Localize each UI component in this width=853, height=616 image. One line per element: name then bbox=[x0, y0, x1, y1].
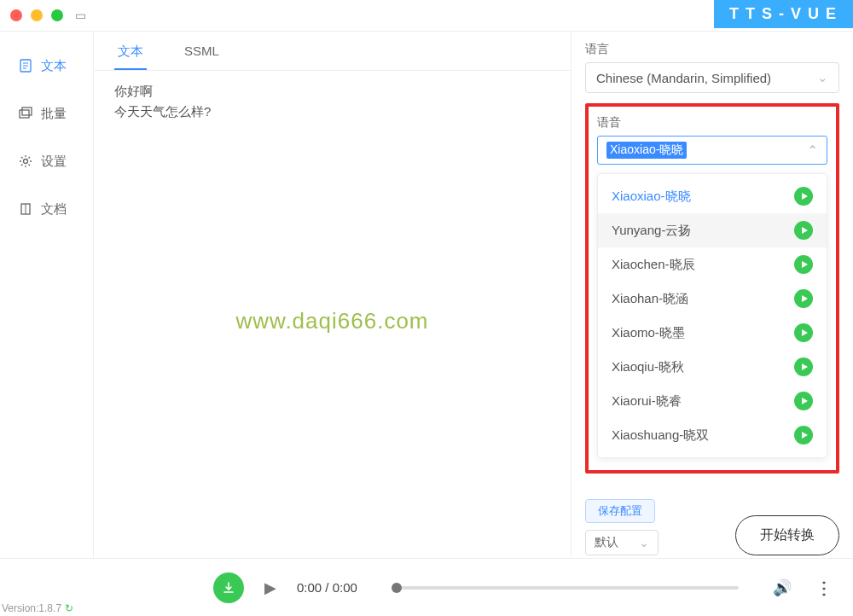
language-value: Chinese (Mandarin, Simplified) bbox=[596, 71, 771, 85]
version-label: Version:1.8.7 ↻ bbox=[2, 602, 73, 614]
sidebar-item-batch[interactable]: 批量 bbox=[0, 90, 93, 137]
play-icon[interactable] bbox=[794, 289, 813, 308]
play-icon[interactable] bbox=[794, 357, 813, 376]
audio-time: 0:00 / 0:00 bbox=[297, 580, 357, 595]
voice-highlight-box: 语音 Xiaoxiao-晓晓 ⌃ Xiaoxiao-晓晓 Yunyang-云扬 … bbox=[585, 103, 839, 474]
audio-track[interactable] bbox=[392, 586, 739, 590]
voice-selected-value: Xiaoxiao-晓晓 bbox=[606, 142, 687, 159]
sidebar-item-label: 文本 bbox=[41, 58, 67, 74]
tab-text[interactable]: 文本 bbox=[114, 38, 147, 70]
preset-select[interactable]: 默认 ⌄ bbox=[585, 530, 659, 555]
refresh-icon[interactable]: ↻ bbox=[65, 602, 73, 614]
voice-select[interactable]: Xiaoxiao-晓晓 ⌃ bbox=[597, 136, 827, 165]
app-brand: TTS-VUE bbox=[714, 0, 853, 28]
sidebar-item-text[interactable]: 文本 bbox=[0, 42, 93, 90]
gear-icon bbox=[19, 154, 32, 168]
document-icon bbox=[19, 59, 32, 73]
svg-point-6 bbox=[24, 160, 28, 164]
minimize-window-button[interactable] bbox=[31, 9, 43, 21]
stack-icon bbox=[19, 107, 32, 120]
play-icon[interactable] bbox=[794, 426, 813, 445]
sidebar-item-label: 批量 bbox=[41, 106, 67, 122]
close-window-button[interactable] bbox=[10, 9, 22, 21]
voice-dropdown: Xiaoxiao-晓晓 Yunyang-云扬 Xiaochen-晓辰 Xiaoh… bbox=[597, 173, 827, 458]
download-button[interactable] bbox=[213, 572, 244, 603]
voice-label: 语音 bbox=[597, 115, 827, 131]
svg-rect-5 bbox=[22, 108, 32, 115]
voice-option[interactable]: Xiaomo-晓墨 bbox=[598, 316, 827, 350]
voice-option[interactable]: Xiaohan-晓涵 bbox=[598, 282, 827, 316]
more-icon[interactable]: ⋮ bbox=[815, 578, 833, 598]
language-label: 语言 bbox=[585, 42, 839, 57]
play-icon[interactable] bbox=[794, 255, 813, 274]
maximize-window-button[interactable] bbox=[51, 9, 63, 21]
sidebar-item-label: 设置 bbox=[41, 154, 67, 170]
voice-option[interactable]: Xiaochen-晓辰 bbox=[598, 247, 827, 282]
sidebar-item-label: 文档 bbox=[41, 201, 67, 218]
volume-icon[interactable]: 🔊 bbox=[773, 578, 792, 597]
tab-ssml[interactable]: SSML bbox=[181, 38, 223, 70]
window-icon: ▭ bbox=[75, 9, 86, 22]
chevron-down-icon: ⌄ bbox=[817, 70, 828, 85]
sidebar-item-settings[interactable]: 设置 bbox=[0, 137, 93, 185]
text-editor[interactable]: 你好啊 今天天气怎么样? bbox=[94, 71, 571, 558]
titlebar: ▭ TTS-VUE bbox=[0, 0, 853, 31]
start-convert-button[interactable]: 开始转换 bbox=[735, 515, 839, 555]
language-select[interactable]: Chinese (Mandarin, Simplified) ⌄ bbox=[585, 62, 839, 93]
play-icon[interactable] bbox=[794, 221, 813, 240]
play-icon[interactable] bbox=[794, 323, 813, 342]
preset-value: 默认 bbox=[595, 535, 618, 550]
audio-player: ▶ 0:00 / 0:00 🔊 ⋮ bbox=[0, 558, 853, 616]
voice-option[interactable]: Xiaoqiu-晓秋 bbox=[598, 350, 827, 384]
voice-option[interactable]: Xiaoxiao-晓晓 bbox=[598, 179, 827, 213]
sidebar: 文本 批量 设置 文档 bbox=[0, 32, 94, 558]
editor-panel: 文本 SSML 你好啊 今天天气怎么样? www.daqi666.com bbox=[94, 32, 572, 558]
book-icon bbox=[19, 202, 32, 216]
chevron-down-icon: ⌄ bbox=[639, 536, 649, 549]
chevron-up-icon: ⌃ bbox=[807, 142, 818, 159]
svg-rect-4 bbox=[20, 110, 29, 118]
sidebar-item-docs[interactable]: 文档 bbox=[0, 185, 93, 233]
play-icon[interactable] bbox=[794, 187, 813, 206]
play-icon[interactable] bbox=[794, 392, 813, 410]
voice-option[interactable]: Yunyang-云扬 bbox=[598, 213, 827, 247]
voice-option[interactable]: Xiaorui-晓睿 bbox=[598, 384, 827, 418]
settings-panel: 语言 Chinese (Mandarin, Simplified) ⌄ 语音 X… bbox=[572, 32, 853, 558]
save-config-button[interactable]: 保存配置 bbox=[585, 499, 655, 523]
play-button[interactable]: ▶ bbox=[264, 578, 276, 597]
voice-option[interactable]: Xiaoshuang-晓双 bbox=[598, 418, 827, 452]
